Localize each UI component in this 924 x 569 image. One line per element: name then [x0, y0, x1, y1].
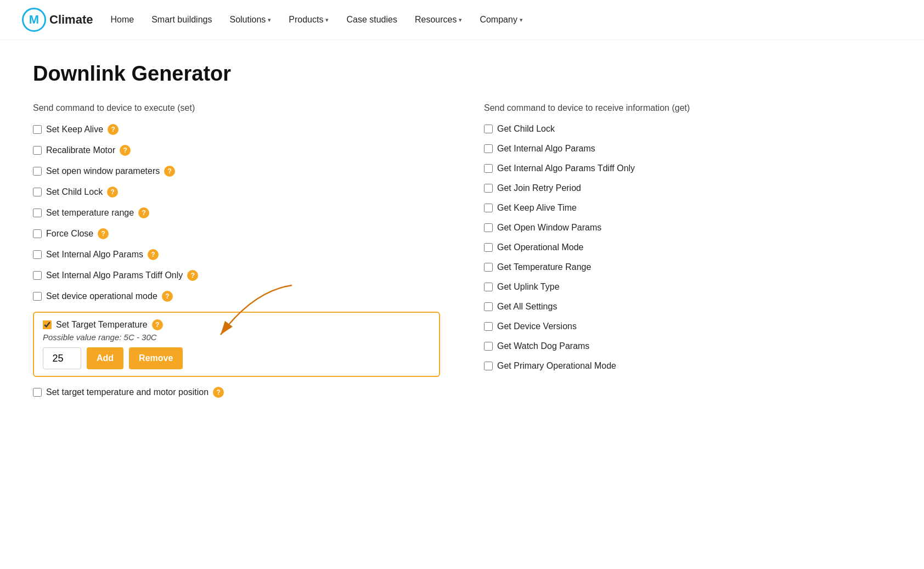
chevron-down-icon: ▾ — [520, 16, 523, 24]
set-item-label: Set Keep Alive — [46, 125, 103, 134]
set-item-label: Set Internal Algo Params — [46, 250, 143, 260]
get-item-label: Get Open Window Params — [497, 223, 601, 233]
get-item-label: Get All Settings — [497, 302, 557, 312]
set-column: Send command to device to execute (set) … — [33, 103, 440, 408]
value-range-text: Possible value range: 5C - 30C — [43, 333, 430, 342]
help-icon[interactable]: ? — [120, 145, 131, 156]
nav-item-case-studies[interactable]: Case studies — [346, 15, 397, 25]
chevron-down-icon: ▾ — [325, 16, 329, 24]
chevron-down-icon: ▾ — [268, 16, 271, 24]
get-item-label: Get Uplink Type — [497, 282, 560, 292]
get-item-checkbox[interactable] — [484, 322, 493, 331]
get-item: Get Operational Mode — [484, 243, 891, 252]
set-item: Set temperature range ? — [33, 207, 440, 218]
set-item: Recalibrate Motor ? — [33, 145, 440, 156]
get-item: Get All Settings — [484, 302, 891, 312]
get-item: Get Open Window Params — [484, 223, 891, 233]
set-item-checkbox[interactable] — [33, 167, 42, 176]
get-item: Get Temperature Range — [484, 262, 891, 272]
set-item: Set Internal Algo Params Tdiff Only ? — [33, 270, 440, 281]
help-icon[interactable]: ? — [98, 228, 109, 239]
set-target-temperature-label: Set Target Temperature — [56, 320, 148, 330]
set-target-temperature-checkbox[interactable] — [43, 320, 52, 329]
set-item-checkbox[interactable] — [33, 250, 42, 259]
remove-button[interactable]: Remove — [129, 347, 183, 369]
add-button[interactable]: Add — [87, 347, 123, 369]
get-item-checkbox[interactable] — [484, 342, 493, 351]
get-item-checkbox[interactable] — [484, 362, 493, 370]
get-item-label: Get Operational Mode — [497, 243, 583, 252]
temperature-value-input[interactable] — [43, 347, 81, 369]
get-item-label: Get Watch Dog Params — [497, 341, 589, 351]
get-item-label: Get Device Versions — [497, 322, 577, 331]
set-item-checkbox[interactable] — [33, 388, 42, 397]
get-item-checkbox[interactable] — [484, 283, 493, 291]
get-item-checkbox[interactable] — [484, 125, 493, 133]
logo[interactable]: M Climate — [22, 8, 93, 32]
set-item-checkbox[interactable] — [33, 229, 42, 238]
set-item-label: Set target temperature and motor positio… — [46, 387, 209, 397]
nav: M Climate Home Smart buildings Solutions… — [0, 0, 924, 40]
get-item: Get Join Retry Period — [484, 183, 891, 193]
get-item: Get Device Versions — [484, 322, 891, 331]
help-icon[interactable]: ? — [213, 387, 224, 398]
help-icon[interactable]: ? — [164, 166, 175, 177]
logo-icon: M — [22, 8, 46, 32]
nav-item-resources[interactable]: Resources ▾ — [415, 15, 462, 25]
set-item-checkbox[interactable] — [33, 125, 42, 134]
set-item-label: Set open window parameters — [46, 166, 160, 176]
get-item: Get Watch Dog Params — [484, 341, 891, 351]
get-item-checkbox[interactable] — [484, 302, 493, 311]
nav-item-company[interactable]: Company ▾ — [480, 15, 522, 25]
set-item-checkbox[interactable] — [33, 209, 42, 217]
set-item: Set device operational mode ? — [33, 291, 440, 302]
set-column-heading: Send command to device to execute (set) — [33, 103, 440, 113]
help-icon[interactable]: ? — [148, 249, 159, 260]
set-item-label: Recalibrate Motor — [46, 145, 115, 155]
set-item: Set Child Lock ? — [33, 187, 440, 198]
help-icon[interactable]: ? — [152, 319, 163, 330]
help-icon[interactable]: ? — [108, 124, 119, 135]
help-icon[interactable]: ? — [107, 187, 118, 198]
get-item-label: Get Primary Operational Mode — [497, 361, 616, 371]
set-item: Force Close ? — [33, 228, 440, 239]
set-item-checkbox[interactable] — [33, 292, 42, 301]
set-item-label: Force Close — [46, 229, 93, 239]
get-column: Send command to device to receive inform… — [484, 103, 891, 408]
get-item-checkbox[interactable] — [484, 144, 493, 153]
set-target-temperature-item: Set Target Temperature ? — [43, 319, 430, 330]
get-item-checkbox[interactable] — [484, 263, 493, 272]
nav-item-products[interactable]: Products ▾ — [289, 15, 329, 25]
nav-item-smart-buildings[interactable]: Smart buildings — [151, 15, 212, 25]
nav-item-solutions[interactable]: Solutions ▾ — [229, 15, 271, 25]
set-target-temperature-box: Set Target Temperature ? Possible value … — [33, 312, 440, 377]
nav-item-home[interactable]: Home — [110, 15, 134, 25]
set-item-checkbox[interactable] — [33, 271, 42, 280]
set-item: Set open window parameters ? — [33, 166, 440, 177]
get-item-checkbox[interactable] — [484, 243, 493, 252]
get-item: Get Internal Algo Params — [484, 144, 891, 154]
set-item-label: Set Internal Algo Params Tdiff Only — [46, 271, 183, 280]
get-item-checkbox[interactable] — [484, 184, 493, 193]
get-item-checkbox[interactable] — [484, 223, 493, 232]
get-item-label: Get Join Retry Period — [497, 183, 581, 193]
get-item-label: Get Internal Algo Params Tdiff Only — [497, 164, 635, 173]
column-divider — [440, 103, 484, 408]
get-item-checkbox[interactable] — [484, 164, 493, 173]
chevron-down-icon: ▾ — [459, 16, 462, 24]
help-icon[interactable]: ? — [162, 291, 173, 302]
set-item-checkbox[interactable] — [33, 146, 42, 155]
help-icon[interactable]: ? — [187, 270, 198, 281]
get-item-label: Get Temperature Range — [497, 262, 591, 272]
set-item-checkbox[interactable] — [33, 188, 42, 196]
get-item: Get Internal Algo Params Tdiff Only — [484, 164, 891, 173]
set-item: Set target temperature and motor positio… — [33, 387, 440, 398]
get-item-checkbox[interactable] — [484, 204, 493, 212]
page-title: Downlink Generator — [33, 62, 891, 86]
get-item-label: Get Child Lock — [497, 124, 555, 134]
temperature-input-row: Add Remove — [43, 347, 430, 369]
set-item: Set Internal Algo Params ? — [33, 249, 440, 260]
help-icon[interactable]: ? — [138, 207, 149, 218]
set-item-label: Set temperature range — [46, 208, 134, 218]
set-item-label: Set Child Lock — [46, 187, 103, 197]
